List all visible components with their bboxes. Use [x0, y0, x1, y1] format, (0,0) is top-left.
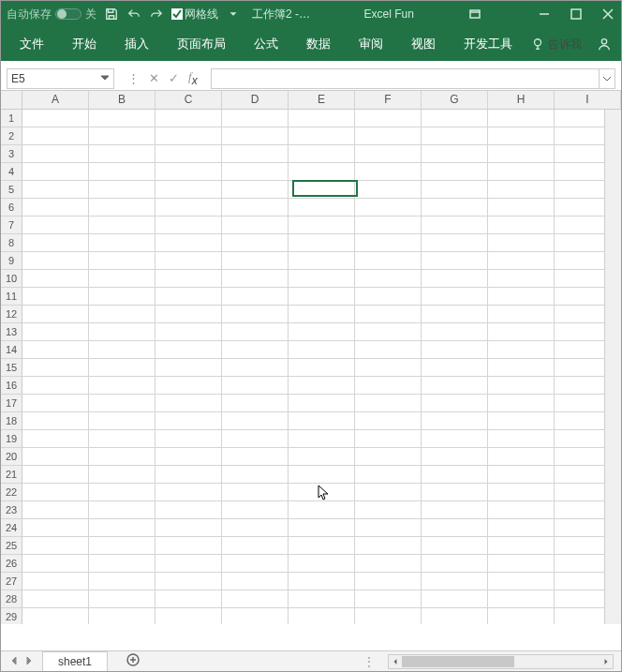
cell-D27[interactable]: [222, 573, 289, 590]
cell-F5[interactable]: [355, 181, 422, 199]
cell-C10[interactable]: [156, 270, 222, 288]
cell-B18[interactable]: [89, 412, 156, 430]
cell-B2[interactable]: [89, 127, 156, 145]
cell-H27[interactable]: [488, 573, 555, 590]
col-header-A[interactable]: A: [22, 91, 89, 109]
cell-G10[interactable]: [422, 270, 488, 288]
cell-F8[interactable]: [355, 234, 422, 252]
cell-D20[interactable]: [222, 448, 289, 466]
cell-G11[interactable]: [422, 288, 488, 306]
cell-A9[interactable]: [22, 252, 89, 270]
cell-G13[interactable]: [422, 323, 488, 341]
cell-E22[interactable]: [289, 484, 355, 501]
row-header-4[interactable]: 4: [1, 163, 22, 181]
cell-E15[interactable]: [289, 359, 355, 377]
autosave-switch[interactable]: [55, 8, 81, 20]
cell-H14[interactable]: [488, 341, 555, 359]
cell-F23[interactable]: [355, 501, 422, 519]
row-header-13[interactable]: 13: [1, 323, 22, 341]
tab-home[interactable]: 开始: [63, 32, 106, 56]
cell-B10[interactable]: [89, 270, 156, 288]
col-header-D[interactable]: D: [222, 91, 289, 109]
cell-H29[interactable]: [488, 608, 555, 624]
cell-A12[interactable]: [22, 306, 89, 323]
minimize-button[interactable]: [537, 7, 552, 22]
cell-G6[interactable]: [422, 199, 488, 217]
qat-more-icon[interactable]: [226, 7, 241, 22]
col-header-E[interactable]: E: [289, 91, 355, 109]
formula-input[interactable]: [212, 72, 599, 85]
cell-H12[interactable]: [488, 306, 555, 323]
cell-A27[interactable]: [22, 573, 89, 590]
account-icon[interactable]: [597, 37, 612, 52]
hscroll-right-icon[interactable]: [600, 655, 613, 668]
sheet-tab[interactable]: sheet1: [42, 651, 108, 672]
row-header-19[interactable]: 19: [1, 430, 22, 448]
cell-A29[interactable]: [22, 608, 89, 624]
cell-A14[interactable]: [22, 341, 89, 359]
cell-D26[interactable]: [222, 555, 289, 573]
col-header-G[interactable]: G: [422, 91, 488, 109]
cell-F4[interactable]: [355, 163, 422, 181]
cell-F25[interactable]: [355, 537, 422, 555]
tab-developer[interactable]: 开发工具: [454, 32, 522, 56]
cell-H9[interactable]: [488, 252, 555, 270]
tab-view[interactable]: 视图: [402, 32, 445, 56]
row-header-15[interactable]: 15: [1, 359, 22, 377]
cell-B21[interactable]: [89, 466, 156, 484]
gridlines-checkbox[interactable]: [171, 8, 183, 20]
cell-G23[interactable]: [422, 501, 488, 519]
row-header-5[interactable]: 5: [1, 181, 22, 199]
cell-C3[interactable]: [156, 145, 222, 163]
cell-B23[interactable]: [89, 501, 156, 519]
cell-A20[interactable]: [22, 448, 89, 466]
cell-C13[interactable]: [156, 323, 222, 341]
cell-A23[interactable]: [22, 501, 89, 519]
cell-D23[interactable]: [222, 501, 289, 519]
cell-E25[interactable]: [289, 537, 355, 555]
cell-G17[interactable]: [422, 395, 488, 412]
row-header-12[interactable]: 12: [1, 306, 22, 323]
enter-formula-icon[interactable]: ✓: [169, 71, 179, 85]
cell-C26[interactable]: [156, 555, 222, 573]
more-functions-icon[interactable]: ⋮: [127, 71, 140, 85]
cell-F9[interactable]: [355, 252, 422, 270]
cell-F2[interactable]: [355, 127, 422, 145]
cell-B16[interactable]: [89, 377, 156, 395]
insert-function-icon[interactable]: fx: [188, 69, 198, 87]
cell-D29[interactable]: [222, 608, 289, 624]
cell-F22[interactable]: [355, 484, 422, 501]
cell-F21[interactable]: [355, 466, 422, 484]
cell-D22[interactable]: [222, 484, 289, 501]
hscroll-left-icon[interactable]: [389, 655, 402, 668]
tab-file[interactable]: 文件: [10, 32, 53, 56]
cell-F12[interactable]: [355, 306, 422, 323]
cell-C22[interactable]: [156, 484, 222, 501]
row-header-7[interactable]: 7: [1, 217, 22, 234]
cell-C24[interactable]: [156, 519, 222, 537]
tab-formulas[interactable]: 公式: [244, 32, 288, 56]
redo-icon[interactable]: [149, 7, 164, 22]
cell-D3[interactable]: [222, 145, 289, 163]
cell-G19[interactable]: [422, 430, 488, 448]
cell-B19[interactable]: [89, 430, 156, 448]
cell-F15[interactable]: [355, 359, 422, 377]
col-header-I[interactable]: I: [555, 91, 621, 109]
cell-F7[interactable]: [355, 217, 422, 234]
cell-D28[interactable]: [222, 590, 289, 608]
cell-C9[interactable]: [156, 252, 222, 270]
cell-F28[interactable]: [355, 590, 422, 608]
cell-H8[interactable]: [488, 234, 555, 252]
cell-B13[interactable]: [89, 323, 156, 341]
cell-B5[interactable]: [89, 181, 156, 199]
cell-E16[interactable]: [289, 377, 355, 395]
cell-C2[interactable]: [156, 127, 222, 145]
cell-H2[interactable]: [488, 127, 555, 145]
row-header-26[interactable]: 26: [1, 555, 22, 573]
cell-C6[interactable]: [156, 199, 222, 217]
cell-D15[interactable]: [222, 359, 289, 377]
col-header-F[interactable]: F: [355, 91, 422, 109]
cell-E29[interactable]: [289, 608, 355, 624]
cell-C25[interactable]: [156, 537, 222, 555]
cell-B9[interactable]: [89, 252, 156, 270]
